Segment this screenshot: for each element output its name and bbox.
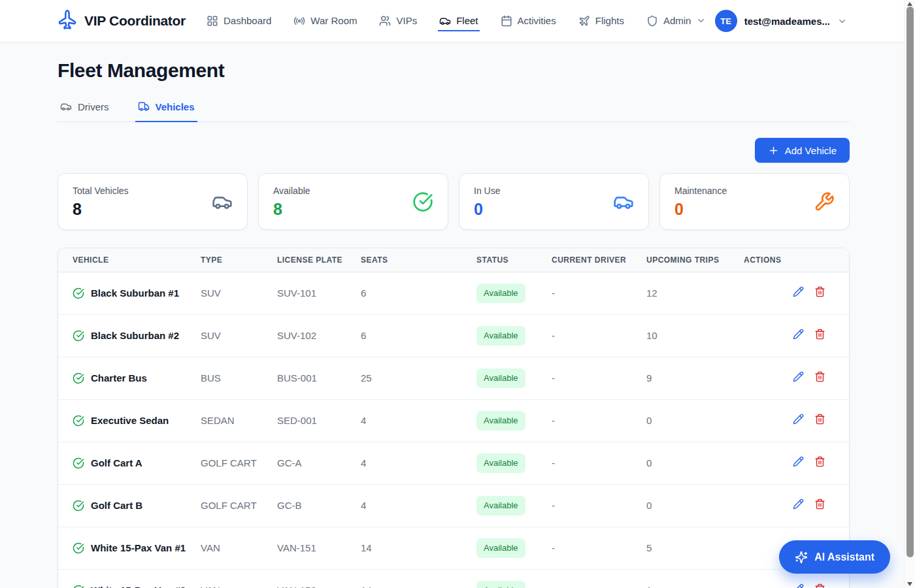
status-badge: Available — [476, 496, 525, 515]
vehicle-cell-content: White 15-Pax Van #1 — [73, 541, 172, 555]
stat-card-text: In Use0 — [474, 186, 500, 218]
plane-logo-icon — [54, 7, 81, 35]
toolbar: Add Vehicle — [58, 138, 850, 163]
scroll-down-arrow[interactable] — [907, 582, 912, 586]
delete-vehicle-button[interactable] — [814, 414, 825, 425]
nav-item-label: VIPs — [396, 15, 417, 26]
tab-drivers[interactable]: Drivers — [58, 99, 112, 122]
nav-item-activities[interactable]: Activities — [499, 11, 557, 31]
car-icon — [439, 15, 451, 27]
circle-check-icon — [73, 287, 84, 299]
nav-item-war-room[interactable]: War Room — [292, 11, 358, 31]
users-icon — [379, 15, 391, 27]
edit-vehicle-button[interactable] — [793, 414, 804, 425]
vehicle-type: BUS — [186, 357, 263, 400]
tab-vehicles[interactable]: Vehicles — [135, 99, 197, 122]
user-menu[interactable]: TE test@madeames... — [715, 10, 847, 32]
brand-name: VIP Coordinator — [84, 13, 186, 29]
main-content: Fleet Management DriversVehicles Add Veh… — [58, 59, 850, 588]
pencil-icon — [793, 583, 804, 588]
status-badge: Available — [476, 284, 525, 303]
delete-vehicle-button[interactable] — [814, 583, 825, 588]
trash-icon — [814, 498, 825, 510]
vehicle-cell-content: Golf Cart A — [73, 456, 172, 470]
nav-item-admin[interactable]: Admin — [645, 11, 708, 31]
vehicle-type: SUV — [186, 272, 263, 315]
nav-item-flights[interactable]: Flights — [577, 11, 625, 31]
nav-item-dashboard[interactable]: Dashboard — [205, 11, 273, 31]
edit-vehicle-button[interactable] — [793, 329, 804, 340]
status-cell: Available — [462, 442, 537, 485]
stat-value: 0 — [674, 200, 727, 218]
scrollbar[interactable] — [904, 0, 915, 588]
scroll-thumb[interactable] — [907, 7, 914, 557]
ai-assistant-button[interactable]: AI Assistant — [779, 540, 890, 574]
fleet-tabs: DriversVehicles — [58, 99, 850, 122]
vehicle-name: White 15-Pax Van #1 — [91, 541, 186, 555]
layout-grid-icon — [207, 15, 218, 27]
actions-cell — [729, 315, 850, 357]
delete-vehicle-button[interactable] — [814, 329, 825, 340]
stat-card-maintenance: Maintenance0 — [659, 173, 850, 230]
trash-icon — [814, 456, 825, 467]
status-cell: Available — [462, 357, 537, 400]
status-badge: Available — [476, 538, 525, 558]
nav-item-vips[interactable]: VIPs — [378, 11, 418, 31]
current-driver: - — [537, 357, 632, 400]
edit-vehicle-button[interactable] — [793, 498, 804, 510]
brand[interactable]: VIP Coordinator — [58, 11, 186, 31]
add-vehicle-button[interactable]: Add Vehicle — [755, 138, 850, 163]
vehicle-name: Black Suburban #1 — [91, 286, 179, 301]
stat-label: Total Vehicles — [73, 186, 129, 196]
sparkles-icon — [795, 551, 808, 564]
status-cell: Available — [462, 400, 537, 442]
edit-vehicle-button[interactable] — [793, 286, 804, 297]
status-badge: Available — [476, 411, 525, 431]
table-row: Golf Cart BGOLF CARTGC-B4Available-0 — [58, 485, 850, 527]
seats: 14 — [346, 527, 462, 570]
calendar-icon — [501, 15, 512, 27]
circle-check-icon — [73, 500, 84, 512]
status-badge: Available — [476, 368, 525, 388]
ai-assistant-label: AI Assistant — [814, 551, 874, 563]
truck-icon — [138, 101, 150, 112]
delete-vehicle-button[interactable] — [814, 498, 825, 510]
license-plate: BUS-001 — [263, 357, 346, 400]
delete-vehicle-button[interactable] — [814, 371, 825, 382]
license-plate: GC-A — [263, 442, 346, 485]
status-cell: Available — [462, 570, 537, 588]
column-header: TYPE — [186, 248, 263, 272]
stat-card-text: Available8 — [273, 186, 310, 218]
vehicle-cell: Charter Bus — [58, 357, 186, 400]
column-header: LICENSE PLATE — [263, 248, 346, 272]
circle-check-icon — [73, 542, 84, 554]
vehicle-type: VAN — [186, 570, 263, 588]
status-badge: Available — [476, 453, 525, 473]
actions-cell — [729, 485, 850, 527]
status-cell: Available — [462, 315, 537, 357]
upcoming-trips: 0 — [632, 400, 729, 442]
vehicle-cell: Executive Sedan — [58, 400, 186, 442]
current-driver: - — [537, 315, 632, 357]
avatar: TE — [715, 10, 737, 32]
nav-item-label: Fleet — [456, 15, 478, 26]
column-header: ACTIONS — [729, 248, 850, 272]
pencil-icon — [793, 329, 804, 340]
radio-icon — [293, 15, 305, 27]
vehicle-name: Golf Cart A — [91, 456, 142, 470]
circle-check-icon — [73, 415, 84, 427]
edit-vehicle-button[interactable] — [793, 583, 804, 588]
chevron-down-icon — [837, 16, 847, 26]
edit-vehicle-button[interactable] — [793, 371, 804, 382]
seats: 4 — [346, 442, 462, 485]
column-header: VEHICLE — [58, 248, 186, 272]
column-header: UPCOMING TRIPS — [632, 248, 729, 272]
delete-vehicle-button[interactable] — [814, 286, 825, 297]
scroll-up-arrow[interactable] — [907, 2, 912, 6]
trash-icon — [814, 286, 825, 297]
circle-check-icon — [412, 191, 433, 212]
edit-vehicle-button[interactable] — [793, 456, 804, 467]
delete-vehicle-button[interactable] — [814, 456, 825, 467]
nav-item-fleet[interactable]: Fleet — [438, 11, 479, 31]
license-plate: VAN-151 — [263, 527, 346, 570]
